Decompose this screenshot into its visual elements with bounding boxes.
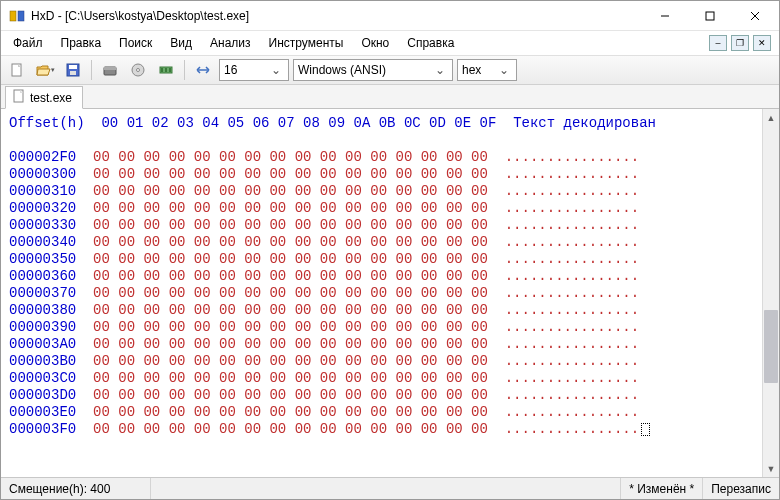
hex-editor: Offset(h) 00 01 02 03 04 05 06 07 08 09 … <box>1 109 779 477</box>
svg-rect-15 <box>161 68 163 72</box>
mdi-close[interactable]: ✕ <box>753 35 771 51</box>
svg-rect-11 <box>104 67 116 70</box>
tabbar: test.exe <box>1 85 779 109</box>
window-title: HxD - [C:\Users\kostya\Desktop\test.exe] <box>31 9 642 23</box>
minimize-button[interactable] <box>642 1 687 30</box>
status-modified: * Изменён * <box>621 478 703 499</box>
base-select[interactable]: hex⌄ <box>457 59 517 81</box>
toolbar-sep-1 <box>91 60 92 80</box>
titlebar: HxD - [C:\Users\kostya\Desktop\test.exe] <box>1 1 779 31</box>
menu-view[interactable]: Вид <box>162 33 200 53</box>
encoding-select[interactable]: Windows (ANSI)⌄ <box>293 59 453 81</box>
chevron-down-icon: ⌄ <box>496 63 512 77</box>
new-file-button[interactable] <box>5 58 29 82</box>
hex-content[interactable]: Offset(h) 00 01 02 03 04 05 06 07 08 09 … <box>1 109 762 477</box>
svg-rect-3 <box>706 12 714 20</box>
menu-help[interactable]: Справка <box>399 33 462 53</box>
tab-label: test.exe <box>30 91 72 105</box>
svg-rect-1 <box>18 11 24 21</box>
menu-window[interactable]: Окно <box>353 33 397 53</box>
scroll-down-button[interactable]: ▼ <box>763 460 779 477</box>
save-button[interactable] <box>61 58 85 82</box>
svg-rect-0 <box>10 11 16 21</box>
menu-tools[interactable]: Инструменты <box>261 33 352 53</box>
open-ram-button[interactable] <box>154 58 178 82</box>
close-button[interactable] <box>732 1 777 30</box>
bytes-per-row-select[interactable]: 16⌄ <box>219 59 289 81</box>
status-spacer <box>151 478 621 499</box>
scroll-track[interactable] <box>763 126 779 460</box>
mdi-minimize[interactable]: – <box>709 35 727 51</box>
statusbar: Смещение(h): 400 * Изменён * Перезапис <box>1 477 779 499</box>
menubar: Файл Правка Поиск Вид Анализ Инструменты… <box>1 31 779 55</box>
chevron-down-icon: ⌄ <box>268 63 284 77</box>
open-disk-button[interactable] <box>98 58 122 82</box>
vertical-scrollbar[interactable]: ▲ ▼ <box>762 109 779 477</box>
svg-rect-16 <box>165 68 167 72</box>
status-overwrite: Перезапис <box>703 478 779 499</box>
base-value: hex <box>462 63 481 77</box>
maximize-button[interactable] <box>687 1 732 30</box>
scroll-up-button[interactable]: ▲ <box>763 109 779 126</box>
scroll-thumb[interactable] <box>764 310 778 383</box>
mdi-restore[interactable]: ❐ <box>731 35 749 51</box>
mdi-controls: – ❐ ✕ <box>709 35 775 51</box>
svg-rect-9 <box>70 71 76 75</box>
status-offset: Смещение(h): 400 <box>1 478 151 499</box>
menu-file[interactable]: Файл <box>5 33 51 53</box>
file-icon <box>12 89 26 106</box>
toolbar: ▾ 16⌄ Windows (ANSI)⌄ hex⌄ <box>1 55 779 85</box>
width-icon <box>191 58 215 82</box>
bytes-per-row-value: 16 <box>224 63 237 77</box>
svg-point-13 <box>137 69 140 72</box>
open-file-button[interactable]: ▾ <box>33 58 57 82</box>
chevron-down-icon: ⌄ <box>432 63 448 77</box>
menu-search[interactable]: Поиск <box>111 33 160 53</box>
toolbar-sep-2 <box>184 60 185 80</box>
menu-edit[interactable]: Правка <box>53 33 110 53</box>
app-icon <box>9 8 25 24</box>
encoding-value: Windows (ANSI) <box>298 63 386 77</box>
svg-rect-17 <box>169 68 171 72</box>
svg-rect-8 <box>69 65 77 69</box>
menu-analysis[interactable]: Анализ <box>202 33 259 53</box>
open-disk-image-button[interactable] <box>126 58 150 82</box>
file-tab[interactable]: test.exe <box>5 86 83 109</box>
